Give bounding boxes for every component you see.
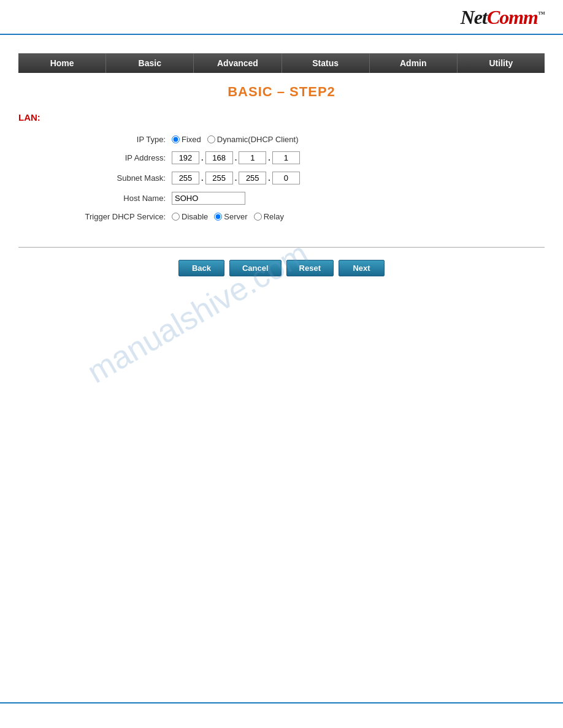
logo: NetComm™	[461, 6, 545, 29]
nav-status[interactable]: Status	[282, 53, 370, 73]
subnet-mask-octet3[interactable]	[239, 172, 266, 184]
ip-address-octet1[interactable]	[172, 151, 199, 164]
dhcp-disable-text: Disable	[182, 212, 208, 221]
button-row: Back Cancel Reset Next	[18, 260, 545, 276]
nav-basic[interactable]: Basic	[106, 53, 194, 73]
header: NetComm™	[0, 0, 563, 35]
logo-tm: ™	[538, 10, 545, 18]
dhcp-relay-label[interactable]: Relay	[254, 212, 284, 221]
ip-type-fixed-radio[interactable]	[172, 135, 180, 143]
ip-address-row: IP Address: . . .	[55, 151, 545, 164]
nav-utility[interactable]: Utility	[458, 53, 545, 73]
ip-address-octet2[interactable]	[205, 151, 233, 164]
ip-type-row: IP Type: Fixed Dynamic(DHCP Client)	[55, 135, 545, 144]
subnet-sep-1: .	[201, 173, 204, 183]
cancel-button[interactable]: Cancel	[229, 260, 282, 276]
content-area: LAN: IP Type: Fixed Dynamic(DHCP Client)	[18, 106, 545, 235]
footer-line	[0, 702, 563, 703]
subnet-mask-row: Subnet Mask: . . .	[55, 172, 545, 184]
nav-home[interactable]: Home	[18, 53, 106, 73]
ip-type-radio-group: Fixed Dynamic(DHCP Client)	[172, 135, 298, 144]
subnet-mask-group: . . .	[172, 172, 300, 184]
dhcp-server-text: Server	[224, 212, 247, 221]
trigger-dhcp-row: Trigger DHCP Service: Disable Server Rel…	[55, 212, 545, 221]
subnet-mask-octet4[interactable]	[272, 172, 300, 184]
divider	[18, 247, 545, 248]
ip-address-label: IP Address:	[55, 153, 166, 162]
nav-advanced[interactable]: Advanced	[194, 53, 282, 73]
ip-sep-2: .	[235, 153, 237, 162]
page-wrapper: NetComm™ Home Basic Advanced Status Admi…	[0, 0, 563, 728]
host-name-input[interactable]	[172, 192, 245, 205]
ip-type-fixed-text: Fixed	[182, 135, 201, 144]
subnet-mask-octet1[interactable]	[172, 172, 199, 184]
dhcp-server-label[interactable]: Server	[214, 212, 247, 221]
ip-type-dynamic-radio[interactable]	[207, 135, 215, 143]
next-button[interactable]: Next	[339, 260, 385, 276]
reset-button[interactable]: Reset	[286, 260, 334, 276]
subnet-mask-label: Subnet Mask:	[55, 173, 166, 183]
ip-type-fixed-label[interactable]: Fixed	[172, 135, 201, 144]
back-button[interactable]: Back	[178, 260, 224, 276]
ip-address-octet3[interactable]	[239, 151, 266, 164]
watermark: manualshive.com	[81, 235, 314, 390]
nav-admin[interactable]: Admin	[370, 53, 458, 73]
ip-sep-1: .	[201, 153, 204, 162]
subnet-sep-3: .	[268, 173, 270, 183]
ip-type-dynamic-text: Dynamic(DHCP Client)	[217, 135, 299, 144]
host-name-row: Host Name:	[55, 192, 545, 205]
dhcp-relay-radio[interactable]	[254, 213, 262, 221]
form-section: IP Type: Fixed Dynamic(DHCP Client) IP A…	[55, 135, 545, 221]
dhcp-server-radio[interactable]	[214, 213, 222, 221]
trigger-dhcp-group: Disable Server Relay	[172, 212, 284, 221]
logo-net: Net	[461, 6, 487, 28]
page-title: BASIC – STEP2	[18, 84, 545, 100]
host-name-label: Host Name:	[55, 194, 166, 203]
logo-comm: Comm	[487, 6, 538, 28]
section-lan: LAN:	[18, 112, 545, 123]
ip-type-label: IP Type:	[55, 135, 166, 144]
navbar: Home Basic Advanced Status Admin Utility	[18, 53, 545, 73]
ip-address-group: . . .	[172, 151, 300, 164]
trigger-dhcp-label: Trigger DHCP Service:	[55, 212, 166, 221]
ip-address-octet4[interactable]	[272, 151, 300, 164]
dhcp-disable-radio[interactable]	[172, 213, 180, 221]
subnet-sep-2: .	[235, 173, 237, 183]
dhcp-disable-label[interactable]: Disable	[172, 212, 208, 221]
ip-type-dynamic-label[interactable]: Dynamic(DHCP Client)	[207, 135, 299, 144]
ip-sep-3: .	[268, 153, 270, 162]
subnet-mask-octet2[interactable]	[205, 172, 233, 184]
dhcp-relay-text: Relay	[264, 212, 284, 221]
